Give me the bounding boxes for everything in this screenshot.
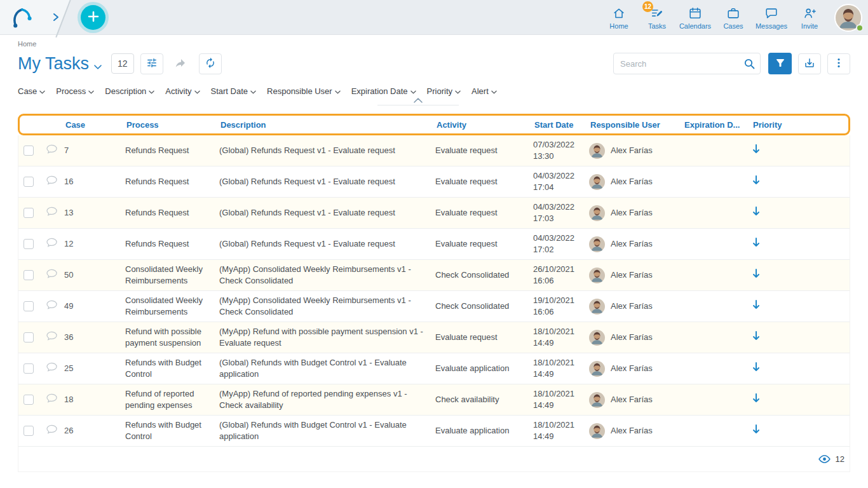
comment-icon[interactable]: [46, 300, 57, 313]
priority-down-icon: [752, 302, 761, 312]
avatar: [589, 268, 605, 283]
download-button[interactable]: [798, 53, 821, 74]
comment-icon[interactable]: [46, 207, 57, 219]
expand-menu-button[interactable]: [50, 10, 62, 26]
start-date-cell: 04/03/2022 17:03: [528, 201, 589, 224]
chevron-down-icon: [194, 86, 200, 96]
comment-icon[interactable]: [46, 144, 57, 157]
eye-icon[interactable]: [818, 455, 831, 463]
visible-count: 12: [836, 454, 844, 464]
column-header[interactable]: Start Date: [529, 120, 590, 130]
start-date-cell: 04/03/2022 17:04: [528, 170, 589, 193]
responsible-user-name: Alex Farías: [611, 176, 653, 187]
table-row[interactable]: 16 Refunds Request (Global) Refunds Requ…: [18, 166, 850, 198]
filter-chip[interactable]: Responsible User: [267, 86, 341, 96]
filter-chip[interactable]: Priority: [427, 86, 461, 96]
row-checkbox[interactable]: [24, 301, 34, 311]
start-date: 18/10/2021: [533, 357, 581, 369]
filter-button[interactable]: [768, 53, 792, 74]
table-row[interactable]: 36 Refund with possible payment suspensi…: [18, 322, 850, 353]
activity-cell: Evaluate application: [435, 425, 528, 437]
download-icon: [804, 57, 815, 71]
app-logo-icon[interactable]: [8, 5, 34, 29]
column-header[interactable]: Case: [65, 120, 126, 130]
process-cell: Refunds Request: [125, 176, 219, 187]
row-checkbox[interactable]: [24, 332, 34, 342]
nav-item-calendars[interactable]: Calendars: [676, 4, 714, 30]
start-time: 17:04: [533, 182, 581, 193]
refresh-button[interactable]: [199, 53, 222, 74]
column-header[interactable]: Activity: [437, 120, 529, 130]
page-title-dropdown[interactable]: My Tasks: [18, 54, 102, 74]
row-checkbox[interactable]: [24, 239, 34, 249]
collapse-filters-control[interactable]: [377, 98, 459, 105]
table-row[interactable]: 50 Consolidated Weekly Reimbursements (M…: [18, 260, 850, 291]
filter-chip[interactable]: Alert: [471, 86, 497, 96]
row-checkbox[interactable]: [24, 395, 34, 405]
forward-button[interactable]: [170, 53, 193, 74]
nav-item-home[interactable]: Home: [600, 4, 638, 30]
comment-icon[interactable]: [46, 331, 57, 344]
description-cell: (Global) Refunds with Budget Control v1 …: [219, 357, 435, 379]
column-header[interactable]: Description: [220, 120, 437, 130]
process-cell: Refunds with Budget Control: [125, 419, 219, 442]
comment-icon[interactable]: [46, 362, 57, 375]
search-icon[interactable]: [743, 58, 755, 72]
row-checkbox[interactable]: [24, 270, 34, 280]
column-header[interactable]: Expiration D...: [684, 120, 743, 130]
table-row[interactable]: 18 Refund of reported pending expenses (…: [18, 384, 850, 416]
row-checkbox[interactable]: [24, 363, 34, 374]
column-header[interactable]: Responsible User: [590, 120, 684, 130]
search-input[interactable]: [613, 53, 761, 74]
nav-item-invite[interactable]: Invite: [790, 4, 829, 30]
row-checkbox[interactable]: [24, 177, 34, 187]
column-header[interactable]: Process: [126, 120, 220, 130]
avatar: [589, 299, 605, 315]
start-time: 14:49: [533, 431, 581, 442]
activity-cell: Evaluate request: [435, 176, 528, 187]
comment-icon[interactable]: [46, 269, 57, 281]
filter-chip[interactable]: Activity: [165, 86, 200, 96]
filter-chip[interactable]: Case: [18, 86, 45, 96]
sliders-icon: [146, 57, 158, 71]
user-avatar[interactable]: [834, 4, 862, 32]
new-request-button[interactable]: [81, 5, 105, 30]
table-row[interactable]: 49 Consolidated Weekly Reimbursements (M…: [18, 291, 850, 322]
comment-icon[interactable]: [46, 175, 57, 188]
comment-icon[interactable]: [46, 238, 57, 250]
nav-item-tasks[interactable]: 12 Tasks: [638, 4, 676, 30]
filter-chip[interactable]: Description: [105, 86, 154, 96]
filter-chip-label: Expiration Date: [351, 86, 408, 96]
description-cell: (MyApp) Consolidated Weekly Reimbursemen…: [219, 264, 435, 286]
case-number: 50: [64, 269, 125, 281]
chevron-down-icon: [39, 86, 45, 96]
row-checkbox[interactable]: [24, 426, 34, 436]
description-cell: (Global) Refunds Request v1 - Evaluate r…: [219, 176, 435, 187]
filter-chip[interactable]: Start Date: [211, 86, 257, 96]
main-content: Home My Tasks 12: [0, 35, 868, 472]
comment-icon[interactable]: [46, 424, 57, 437]
filter-chip[interactable]: Expiration Date: [351, 86, 416, 96]
start-date-cell: 07/03/2022 13:30: [528, 139, 589, 161]
responsible-user-cell: Alex Farías: [589, 143, 683, 159]
more-options-button[interactable]: [827, 53, 850, 74]
table-row[interactable]: 7 Refunds Request (Global) Refunds Reque…: [18, 135, 850, 166]
nav-item-cases[interactable]: Cases: [714, 4, 752, 30]
filter-chip-label: Description: [105, 86, 146, 96]
row-checkbox[interactable]: [24, 208, 34, 218]
table-row[interactable]: 13 Refunds Request (Global) Refunds Requ…: [18, 198, 850, 229]
table-row[interactable]: 12 Refunds Request (Global) Refunds Requ…: [18, 229, 850, 260]
column-settings-button[interactable]: [140, 53, 163, 74]
table-row[interactable]: 25 Refunds with Budget Control (Global) …: [18, 353, 850, 384]
calendar-icon: [688, 6, 702, 20]
top-navigation: Home 12 Tasks Calendars Cases Messag: [600, 0, 829, 34]
avatar: [589, 174, 605, 190]
comment-icon[interactable]: [46, 393, 57, 406]
filter-chip[interactable]: Process: [56, 86, 94, 96]
nav-item-messages[interactable]: Messages: [752, 4, 790, 30]
priority-down-icon: [752, 334, 761, 343]
column-header[interactable]: Priority: [743, 120, 848, 130]
table-row[interactable]: 26 Refunds with Budget Control (Global) …: [18, 416, 850, 447]
process-cell: Refunds Request: [125, 238, 219, 250]
row-checkbox[interactable]: [24, 146, 34, 156]
